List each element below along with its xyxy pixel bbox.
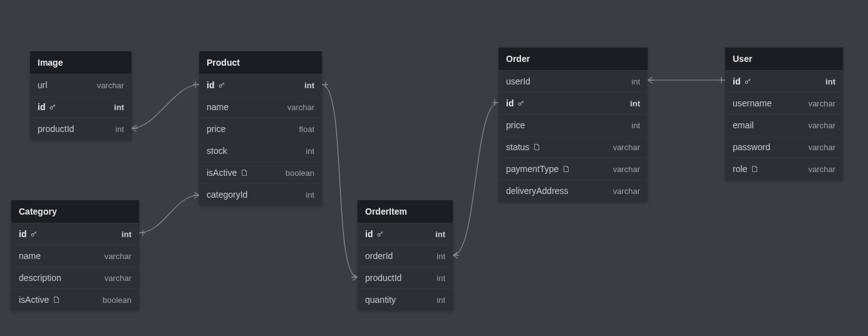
key-icon [218,81,225,89]
field-type: varchar [105,252,132,261]
note-icon [562,165,570,173]
field-type: int [304,81,314,90]
field-left: password [733,142,770,152]
table-header[interactable]: OrderItem [358,200,453,223]
field-left: id [506,98,525,108]
table-header[interactable]: Image [30,51,132,74]
field-type: varchar [809,99,835,108]
field-row[interactable]: priceint [499,114,648,136]
field-name: price [207,124,225,134]
field-type: int [115,125,124,134]
field-name: role [733,164,747,174]
field-row[interactable]: quantityint [358,288,453,310]
table-category[interactable]: Categoryidintnamevarchardescriptionvarch… [11,200,139,310]
field-type: boolean [286,168,314,178]
field-left: isActive [19,295,60,305]
field-name: name [19,251,41,261]
svg-line-4 [132,128,137,131]
field-type: int [437,273,445,283]
field-row[interactable]: paymentTypevarchar [499,158,648,180]
field-name: productId [38,124,74,134]
key-icon [744,78,752,85]
field-left: orderId [365,251,393,261]
field-type: varchar [613,165,640,174]
field-row[interactable]: passwordvarchar [725,136,843,158]
table-image[interactable]: ImageurlvarcharidintproductIdint [30,51,132,140]
table-orderitem[interactable]: OrderItemidintorderIdintproductIdintquan… [358,200,453,310]
field-name: paymentType [506,164,559,174]
field-row[interactable]: idint [725,70,843,92]
note-icon [533,143,540,151]
field-row[interactable]: namevarchar [199,96,322,118]
field-name: userId [506,76,530,86]
field-row[interactable]: deliveryAddressvarchar [499,180,648,201]
field-row[interactable]: usernamevarchar [725,92,843,114]
table-header[interactable]: Order [499,48,648,70]
field-name: password [733,142,770,152]
field-type: varchar [613,186,640,196]
field-left: email [733,120,753,130]
svg-line-26 [648,77,653,80]
field-name: productId [365,273,401,283]
table-header[interactable]: User [725,48,843,70]
table-product[interactable]: Productidintnamevarcharpricefloatstockin… [199,51,322,205]
note-icon [751,165,758,173]
field-row[interactable]: urlvarchar [30,74,132,96]
field-type: varchar [809,121,835,130]
field-left: isActive [207,168,248,178]
table-order[interactable]: OrderuserIdintidintpriceintstatusvarchar… [499,48,648,201]
field-left: stock [207,146,227,156]
field-row[interactable]: pricefloat [199,118,322,140]
field-row[interactable]: rolevarchar [725,158,843,180]
field-row[interactable]: orderIdint [358,245,453,267]
table-header[interactable]: Product [199,51,322,74]
field-left: description [19,273,61,283]
field-name: description [19,273,61,283]
field-name: isActive [207,168,237,178]
field-row[interactable]: idint [358,223,453,245]
field-row[interactable]: isActiveboolean [199,161,322,183]
field-name: categoryId [207,190,247,200]
field-row[interactable]: idint [499,92,648,114]
field-type: int [121,230,132,239]
field-row[interactable]: namevarchar [11,245,139,267]
field-name: url [38,80,48,90]
field-type: int [631,121,640,130]
field-left: username [733,98,772,108]
field-row[interactable]: productIdint [358,267,453,288]
table-user[interactable]: Useridintusernamevarcharemailvarcharpass… [725,48,843,180]
erd-canvas[interactable]: ImageurlvarcharidintproductIdintProducti… [0,0,868,336]
field-row[interactable]: stockint [199,140,322,161]
field-row[interactable]: isActiveboolean [11,288,139,310]
svg-line-22 [453,255,458,258]
field-row[interactable]: userIdint [499,70,648,92]
field-left: userId [506,76,530,86]
table-name: User [733,54,752,64]
field-row[interactable]: idint [11,223,139,245]
field-row[interactable]: descriptionvarchar [11,267,139,288]
field-left: id [38,102,56,112]
field-row[interactable]: idint [30,96,132,118]
field-name: name [207,102,229,112]
table-name: Order [506,54,530,64]
table-name: Product [207,58,240,68]
field-left: productId [365,273,401,283]
field-type: int [437,252,445,261]
field-row[interactable]: idint [199,74,322,96]
field-row[interactable]: productIdint [30,118,132,140]
field-type: varchar [97,81,124,90]
field-name: id [19,229,26,239]
field-type: int [306,190,314,200]
field-row[interactable]: categoryIdint [199,183,322,205]
field-row[interactable]: statusvarchar [499,136,648,158]
field-name: price [506,120,525,130]
field-left: price [207,124,225,134]
table-header[interactable]: Category [11,200,139,223]
field-left: name [207,102,229,112]
field-row[interactable]: emailvarchar [725,114,843,136]
svg-line-11 [194,195,199,198]
field-type: int [437,295,445,305]
note-icon [240,169,248,176]
field-left: price [506,120,525,130]
table-name: Image [38,58,63,68]
